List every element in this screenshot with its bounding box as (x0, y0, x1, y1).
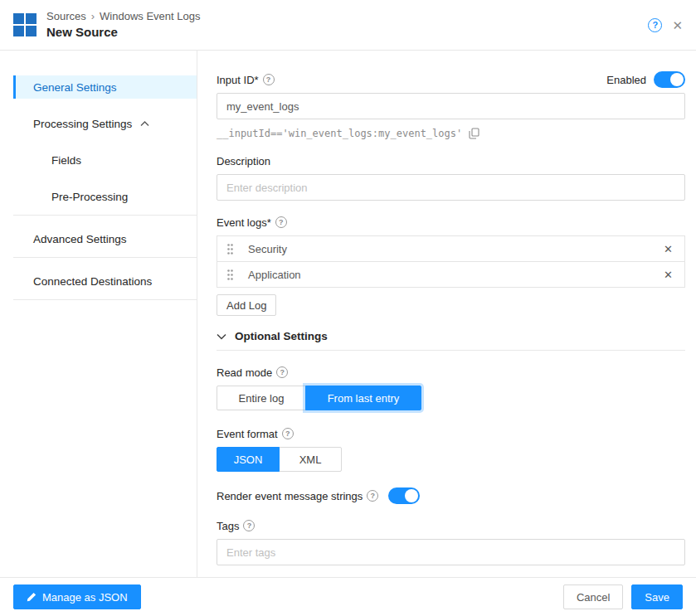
enabled-toggle[interactable] (654, 71, 685, 88)
toggle-knob (670, 73, 684, 86)
new-source-dialog: Sources›Windows Event Logs New Source ? … (0, 0, 696, 616)
tags-label-row: Tags ? (217, 519, 685, 532)
render-strings-toggle[interactable] (388, 487, 420, 504)
footer: Manage as JSON Cancel Save (0, 577, 696, 616)
header-titles: Sources›Windows Event Logs New Source (46, 9, 648, 41)
optional-settings-label: Optional Settings (235, 330, 328, 342)
remove-log-icon[interactable]: ✕ (660, 267, 676, 283)
windows-logo-square (26, 26, 37, 36)
sidebar-divider (13, 257, 197, 258)
event-logs-help-icon[interactable]: ? (275, 216, 287, 228)
toggle-knob (405, 489, 418, 502)
event-log-row: Application ✕ (217, 261, 685, 288)
sidebar-item-label: General Settings (33, 81, 117, 94)
sidebar-item-label: Connected Destinations (33, 275, 152, 288)
input-id-field[interactable] (217, 93, 685, 119)
read-mode-label-row: Read mode ? (217, 366, 685, 379)
description-field[interactable] (217, 174, 685, 201)
sidebar-item-fields[interactable]: Fields (13, 148, 197, 172)
optional-settings-toggle[interactable]: Optional Settings (217, 330, 685, 342)
event-log-value: Security (248, 243, 660, 255)
breadcrumb-sources-link[interactable]: Sources (46, 10, 86, 22)
manage-as-json-button[interactable]: Manage as JSON (13, 584, 141, 609)
breadcrumb-current: Windows Event Logs (100, 10, 200, 22)
event-logs-label-row: Event logs* ? (217, 216, 685, 229)
drag-handle-icon[interactable] (226, 268, 235, 282)
dialog-body: General Settings Processing Settings Fie… (0, 51, 696, 577)
save-button[interactable]: Save (631, 584, 683, 609)
enabled-control: Enabled (606, 71, 685, 88)
read-mode-label: Read mode (217, 366, 272, 379)
close-icon[interactable]: ✕ (672, 19, 683, 32)
remove-log-icon[interactable]: ✕ (660, 241, 676, 257)
input-id-expression: __inputId=='win_event_logs:my_event_logs… (217, 128, 462, 139)
event-logs-label: Event logs* (217, 216, 271, 229)
copy-icon[interactable] (469, 128, 479, 139)
event-format-label: Event format (217, 428, 278, 440)
chevron-up-icon (140, 121, 149, 127)
manage-as-json-label: Manage as JSON (42, 591, 128, 604)
sidebar-item-label: Advanced Settings (33, 233, 127, 245)
cancel-button[interactable]: Cancel (563, 584, 623, 609)
tags-help-icon[interactable]: ? (243, 520, 255, 531)
sidebar-item-label: Pre-Processing (51, 191, 128, 203)
read-mode-option-entire-log[interactable]: Entire log (217, 386, 306, 410)
input-id-label: Input ID* (217, 74, 259, 86)
sidebar-item-processing-settings[interactable]: Processing Settings (13, 112, 197, 135)
event-format-group: JSON XML (217, 447, 342, 472)
event-format-help-icon[interactable]: ? (282, 428, 294, 439)
breadcrumb: Sources›Windows Event Logs (46, 9, 648, 23)
page-title: New Source (46, 24, 648, 41)
form-content: Input ID* ? Enabled __inputId=='win_even… (197, 51, 696, 577)
read-mode-option-from-last-entry[interactable]: From last entry (305, 386, 421, 410)
windows-logo-square (13, 13, 24, 24)
read-mode-help-icon[interactable]: ? (276, 366, 288, 378)
read-mode-group: Entire log From last entry (217, 386, 421, 410)
input-id-expression-row: __inputId=='win_event_logs:my_event_logs… (217, 128, 685, 139)
optional-settings-divider (217, 350, 685, 351)
header: Sources›Windows Event Logs New Source ? … (0, 0, 696, 51)
breadcrumb-separator: › (91, 10, 95, 22)
chevron-down-icon (217, 333, 226, 340)
enabled-label: Enabled (606, 74, 646, 86)
sidebar-divider (13, 299, 197, 300)
sidebar-item-general-settings[interactable]: General Settings (13, 75, 197, 99)
windows-logo-icon (13, 13, 37, 36)
pencil-icon (27, 592, 37, 602)
input-id-label-row: Input ID* ? Enabled (217, 73, 685, 86)
header-actions: ? ✕ (648, 18, 683, 32)
tags-field[interactable] (217, 539, 685, 565)
sidebar-divider (13, 215, 197, 216)
sidebar-item-label: Processing Settings (33, 118, 132, 130)
render-strings-row: Render event message strings ? (217, 487, 685, 504)
description-label: Description (217, 155, 270, 167)
sidebar-item-advanced-settings[interactable]: Advanced Settings (13, 227, 197, 250)
windows-logo-square (13, 26, 24, 36)
add-log-button[interactable]: Add Log (217, 294, 276, 316)
input-id-help-icon[interactable]: ? (263, 74, 275, 85)
windows-logo-square (26, 13, 37, 24)
help-icon[interactable]: ? (648, 18, 662, 32)
event-format-label-row: Event format ? (217, 427, 685, 440)
sidebar-item-pre-processing[interactable]: Pre-Processing (13, 185, 197, 208)
sidebar-item-connected-destinations[interactable]: Connected Destinations (13, 269, 197, 293)
event-log-value: Application (248, 269, 660, 281)
event-format-option-xml[interactable]: XML (279, 447, 342, 472)
render-strings-label: Render event message strings (217, 490, 363, 502)
event-format-option-json[interactable]: JSON (217, 447, 280, 472)
event-log-row: Security ✕ (217, 235, 685, 262)
footer-actions: Cancel Save (563, 584, 683, 609)
drag-handle-icon[interactable] (226, 242, 235, 256)
sidebar-item-label: Fields (51, 154, 81, 167)
description-label-row: Description (217, 154, 685, 167)
tags-label: Tags (217, 520, 239, 532)
sidebar: General Settings Processing Settings Fie… (0, 51, 197, 577)
render-strings-help-icon[interactable]: ? (367, 490, 378, 502)
